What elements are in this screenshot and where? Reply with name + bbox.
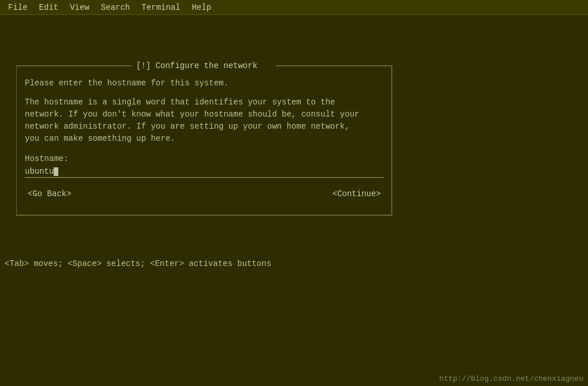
dialog-content-area: Please enter the hostname for this syste… bbox=[25, 72, 384, 207]
statusbar: <Tab> moves; <Space> selects; <Enter> ac… bbox=[0, 257, 276, 271]
file-menu[interactable]: File bbox=[2, 2, 33, 13]
hostname-input-field[interactable]: ubuntu bbox=[25, 167, 384, 178]
dialog-intro1: Please enter the hostname for this syste… bbox=[25, 77, 384, 89]
watermark: http://blog.csdn.net/chenxiagneu bbox=[439, 374, 583, 383]
hostname-value: ubuntu bbox=[25, 167, 54, 176]
terminal-menu[interactable]: Terminal bbox=[136, 2, 186, 13]
menubar: File Edit View Search Terminal Help bbox=[0, 0, 588, 15]
hostname-label: Hostname: bbox=[25, 154, 384, 163]
go-back-button[interactable]: <Go Back> bbox=[28, 189, 72, 198]
network-configure-dialog: [!] Configure the network Please enter t… bbox=[16, 60, 392, 216]
dialog-title: [!] Configure the network bbox=[134, 61, 260, 70]
search-menu[interactable]: Search bbox=[95, 2, 136, 13]
view-menu[interactable]: View bbox=[64, 2, 95, 13]
edit-menu[interactable]: Edit bbox=[33, 2, 65, 13]
text-cursor bbox=[54, 167, 58, 176]
continue-button[interactable]: <Continue> bbox=[332, 189, 381, 198]
dialog-intro2: The hostname is a single word that ident… bbox=[25, 96, 384, 145]
help-menu[interactable]: Help bbox=[186, 2, 217, 13]
